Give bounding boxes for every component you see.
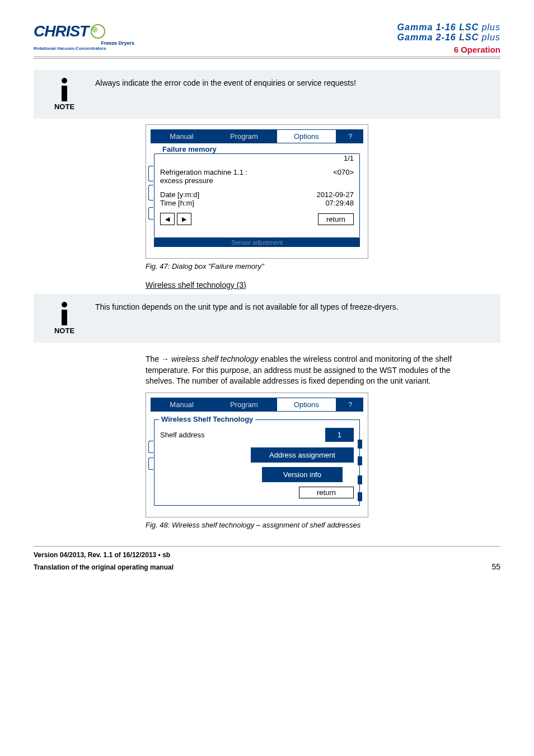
address-assignment-button[interactable]: Address assignment (251, 447, 354, 463)
note-block-2: NOTE This function depends on the unit t… (34, 294, 500, 343)
wst-paragraph: The → wireless shelf technology enables … (146, 354, 478, 387)
fail-code: <070> (333, 168, 354, 185)
dialog-wst: Manual Program Options ? Wireless Shelf … (146, 393, 368, 517)
tab-program[interactable]: Program (213, 129, 275, 143)
shelf-address-value[interactable]: 1 (325, 428, 354, 442)
tab-help[interactable]: ? (338, 398, 363, 412)
return-button[interactable]: return (299, 487, 354, 498)
tab-manual[interactable]: Manual (151, 398, 213, 412)
note-block-1: NOTE Always indicate the error code in t… (34, 70, 500, 119)
figure-caption-48: Fig. 48: Wireless shelf technology – ass… (146, 521, 500, 529)
figure-caption-47: Fig. 47: Dialog box "Failure memory" (146, 262, 500, 270)
date-value: 2012-09-27 (317, 190, 354, 199)
note-text-2: This function depends on the unit type a… (84, 302, 489, 335)
logo-sub2: Rotational-Vacuum-Concentrators (34, 46, 106, 51)
version-info-button[interactable]: Version info (262, 467, 343, 482)
fail-msg-2: excess pressure (160, 176, 213, 185)
subheading-wst: Wireless shelf technology (3) (146, 281, 500, 290)
info-icon: NOTE (45, 78, 84, 111)
dialog-failure-memory: Manual Program Options ? Failure memory1… (146, 124, 368, 259)
product-2: Gamma 2-16 LSC plus (397, 32, 500, 43)
logo-sub1: Freeze Dryers (34, 40, 134, 46)
return-button[interactable]: return (318, 213, 354, 225)
date-label: Date [y:m:d] (160, 190, 199, 199)
time-value: 07:29:48 (325, 199, 354, 207)
swirl-icon: ◎ (91, 24, 105, 39)
section-title: 6 Operation (397, 45, 500, 54)
shelf-address-label: Shelf address (160, 431, 205, 439)
logo: CHRIST◎ Freeze Dryers Rotational-Vacuum-… (34, 22, 134, 51)
page-number: 55 (491, 562, 500, 571)
footer-translation: Translation of the original operating ma… (34, 563, 174, 571)
tab-options[interactable]: Options (275, 398, 338, 412)
tab-options[interactable]: Options (275, 129, 338, 143)
dialog-title: Failure memory (160, 145, 219, 153)
note-text-1: Always indicate the error code in the ev… (84, 78, 489, 111)
wst-title: Wireless Shelf Technology (159, 415, 255, 423)
footer-version: Version 04/2013, Rev. 1.1 of 16/12/2013 … (34, 551, 174, 559)
tab-help[interactable]: ? (338, 129, 363, 143)
tab-program[interactable]: Program (213, 398, 275, 412)
tab-manual[interactable]: Manual (151, 129, 213, 143)
ghost-menu-item: Sensor adjustment (154, 238, 360, 247)
product-1: Gamma 1-16 LSC plus (397, 22, 500, 32)
page-count: 1/1 (344, 154, 354, 162)
fail-msg-1: Refrigeration machine 1.1 : (160, 168, 247, 176)
time-label: Time [h:m] (160, 199, 194, 207)
info-icon: NOTE (45, 302, 84, 335)
next-button[interactable]: ▶ (177, 213, 191, 225)
prev-button[interactable]: ◀ (160, 213, 175, 225)
